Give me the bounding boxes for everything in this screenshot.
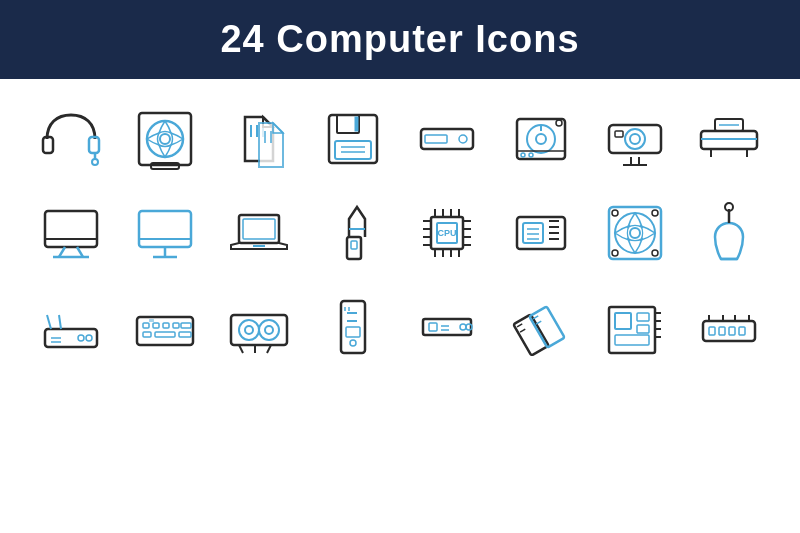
svg-point-90 bbox=[652, 210, 658, 216]
svg-point-98 bbox=[86, 335, 92, 341]
svg-rect-110 bbox=[155, 332, 175, 337]
icon-server[interactable] bbox=[407, 287, 487, 367]
svg-rect-106 bbox=[163, 323, 169, 328]
svg-line-45 bbox=[59, 247, 65, 257]
svg-rect-109 bbox=[143, 332, 151, 337]
icon-optical-drive[interactable] bbox=[407, 99, 487, 179]
svg-rect-143 bbox=[637, 325, 649, 333]
svg-point-117 bbox=[265, 326, 273, 334]
svg-rect-104 bbox=[143, 323, 149, 328]
svg-line-99 bbox=[47, 315, 51, 329]
svg-point-88 bbox=[630, 228, 640, 238]
svg-rect-78 bbox=[523, 223, 543, 243]
icon-case-fan[interactable] bbox=[595, 193, 675, 273]
svg-rect-152 bbox=[729, 327, 735, 335]
svg-rect-108 bbox=[181, 323, 191, 328]
svg-rect-141 bbox=[615, 313, 631, 329]
icon-motherboard[interactable] bbox=[595, 287, 675, 367]
svg-rect-153 bbox=[739, 327, 745, 335]
icon-pc-tower[interactable] bbox=[313, 287, 393, 367]
svg-line-136 bbox=[517, 324, 522, 327]
icon-cpu-chip[interactable]: CPU bbox=[407, 193, 487, 273]
svg-rect-33 bbox=[615, 131, 623, 137]
svg-rect-43 bbox=[45, 211, 97, 247]
svg-point-115 bbox=[245, 326, 253, 334]
svg-point-87 bbox=[615, 213, 655, 253]
svg-point-132 bbox=[460, 324, 466, 330]
icons-container: CPU bbox=[0, 79, 800, 387]
svg-rect-112 bbox=[149, 319, 154, 322]
svg-rect-48 bbox=[139, 211, 191, 247]
svg-rect-111 bbox=[179, 332, 191, 337]
svg-point-114 bbox=[239, 320, 259, 340]
icon-laptop[interactable] bbox=[219, 193, 299, 273]
icon-row-3 bbox=[31, 287, 769, 367]
icon-hard-drive[interactable] bbox=[501, 99, 581, 179]
icon-network-switch[interactable] bbox=[689, 287, 769, 367]
icon-joystick[interactable] bbox=[689, 193, 769, 273]
svg-line-137 bbox=[520, 329, 525, 332]
svg-rect-150 bbox=[709, 327, 715, 335]
svg-rect-124 bbox=[346, 327, 360, 337]
svg-point-97 bbox=[78, 335, 84, 341]
icon-cpu-cooler[interactable] bbox=[125, 99, 205, 179]
svg-point-5 bbox=[147, 121, 183, 157]
svg-rect-142 bbox=[637, 313, 649, 321]
header: 24 Computer Icons bbox=[0, 0, 800, 79]
svg-rect-16 bbox=[335, 141, 371, 159]
icon-desktop-monitor[interactable] bbox=[31, 193, 111, 273]
svg-text:CPU: CPU bbox=[437, 228, 456, 238]
icon-projector[interactable] bbox=[595, 99, 675, 179]
svg-rect-129 bbox=[429, 323, 437, 331]
svg-line-46 bbox=[77, 247, 83, 257]
icon-monitor[interactable] bbox=[125, 193, 205, 273]
svg-rect-105 bbox=[153, 323, 159, 328]
svg-point-28 bbox=[521, 153, 525, 157]
svg-point-89 bbox=[612, 210, 618, 216]
svg-rect-57 bbox=[351, 241, 357, 249]
svg-point-92 bbox=[652, 250, 658, 256]
svg-point-24 bbox=[536, 134, 546, 144]
svg-rect-53 bbox=[243, 219, 275, 239]
icon-row-2: CPU bbox=[31, 193, 769, 273]
svg-point-116 bbox=[259, 320, 279, 340]
icon-sd-card[interactable] bbox=[219, 99, 299, 179]
svg-line-138 bbox=[533, 316, 538, 319]
svg-rect-107 bbox=[173, 323, 179, 328]
svg-rect-20 bbox=[425, 135, 447, 143]
page-title: 24 Computer Icons bbox=[0, 18, 800, 61]
svg-point-31 bbox=[625, 129, 645, 149]
svg-point-6 bbox=[160, 134, 170, 144]
icon-usb-drive[interactable] bbox=[313, 193, 393, 273]
svg-rect-0 bbox=[43, 137, 53, 153]
svg-rect-1 bbox=[89, 137, 99, 153]
icon-headset[interactable] bbox=[31, 99, 111, 179]
icon-router[interactable] bbox=[31, 287, 111, 367]
svg-point-21 bbox=[459, 135, 467, 143]
svg-rect-15 bbox=[355, 117, 358, 131]
icon-ram[interactable] bbox=[501, 287, 581, 367]
svg-point-29 bbox=[529, 153, 533, 157]
svg-point-32 bbox=[630, 134, 640, 144]
icon-floppy-disk[interactable] bbox=[313, 99, 393, 179]
icon-gpu[interactable] bbox=[219, 287, 299, 367]
svg-point-91 bbox=[612, 250, 618, 256]
icon-keyboard[interactable] bbox=[125, 287, 205, 367]
svg-rect-128 bbox=[423, 319, 471, 335]
svg-point-26 bbox=[556, 120, 562, 126]
svg-point-3 bbox=[92, 159, 98, 165]
svg-rect-151 bbox=[719, 327, 725, 335]
svg-line-100 bbox=[59, 315, 61, 329]
svg-line-139 bbox=[536, 321, 541, 324]
icon-power-supply[interactable] bbox=[501, 193, 581, 273]
svg-rect-144 bbox=[615, 335, 649, 345]
icon-row-1 bbox=[31, 99, 769, 179]
svg-rect-103 bbox=[137, 317, 193, 345]
icon-scanner[interactable] bbox=[689, 99, 769, 179]
svg-point-125 bbox=[350, 340, 356, 346]
